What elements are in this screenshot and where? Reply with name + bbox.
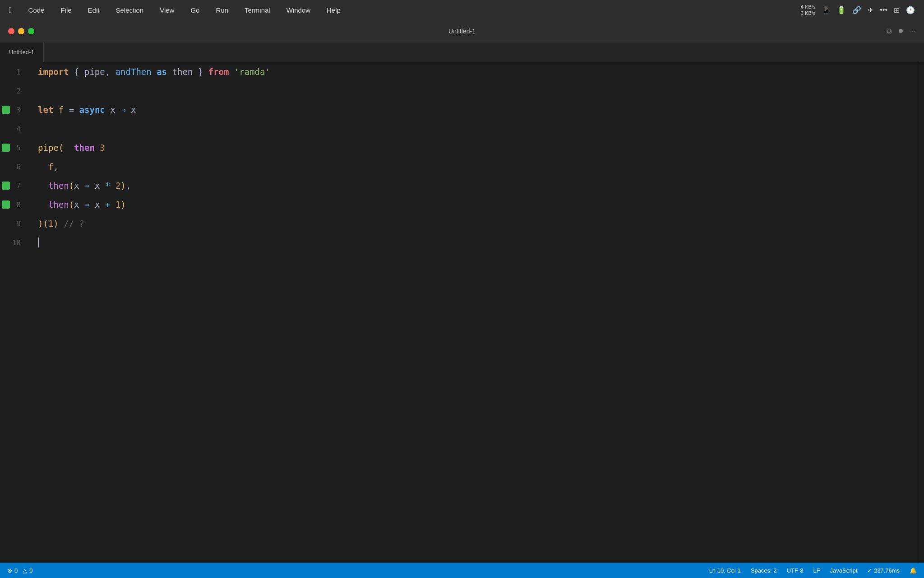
apple-menu[interactable]:  bbox=[9, 5, 12, 15]
close-button[interactable] bbox=[8, 28, 14, 34]
line-number-9: 9 bbox=[16, 219, 21, 228]
warning-number: 0 bbox=[29, 567, 32, 574]
token-indent-7 bbox=[38, 181, 48, 191]
token-lparen1: ( bbox=[59, 143, 64, 153]
menu-help[interactable]: Help bbox=[325, 5, 342, 15]
token-async: async bbox=[79, 105, 105, 115]
gutter-line-2: 2 bbox=[0, 81, 27, 100]
controlcenter-icon: ⊞ bbox=[894, 6, 900, 14]
token-spaces bbox=[64, 143, 74, 153]
notification-icon[interactable]: 🔔 bbox=[910, 567, 917, 574]
token-space-3 bbox=[95, 143, 100, 153]
maximize-button[interactable] bbox=[28, 28, 34, 34]
menu-selection[interactable]: Selection bbox=[114, 5, 145, 15]
token-sp-8c bbox=[100, 200, 105, 210]
token-2: 2 bbox=[116, 181, 120, 191]
menu-edit[interactable]: Edit bbox=[86, 5, 102, 15]
tab-untitled[interactable]: Untitled-1 bbox=[0, 42, 44, 62]
token-lbrace: { bbox=[74, 67, 84, 77]
link-icon: 🔗 bbox=[852, 6, 861, 14]
menubar-right: 4 KB/s3 KB/s 📱 🔋 🔗 ✈ ••• ⊞ 🕐 bbox=[801, 4, 915, 17]
code-line-4 bbox=[27, 119, 918, 138]
token-mul: * bbox=[105, 181, 110, 191]
language-mode[interactable]: JavaScript bbox=[830, 567, 858, 574]
tab-bar: Untitled-1 bbox=[0, 42, 924, 62]
code-line-7: then(x ⇒ x * 2), bbox=[27, 176, 918, 195]
breakpoint-5[interactable] bbox=[2, 144, 10, 152]
token-andThen: andThen bbox=[116, 67, 152, 77]
token-comma-7: , bbox=[126, 181, 131, 191]
gutter-line-10: 10 bbox=[0, 233, 27, 252]
token-lparen-7: ( bbox=[69, 181, 74, 191]
token-then-alias: then bbox=[172, 67, 193, 77]
gutter-line-3: 3 bbox=[0, 100, 27, 119]
cursor-10 bbox=[38, 238, 44, 247]
breakpoint-7[interactable] bbox=[2, 182, 10, 190]
tab-label: Untitled-1 bbox=[9, 49, 34, 56]
cursor-position[interactable]: Ln 10, Col 1 bbox=[709, 567, 741, 574]
error-count[interactable]: ⊗ 0 △ 0 bbox=[7, 567, 32, 574]
token-pipe: pipe bbox=[84, 67, 105, 77]
token-1: 1 bbox=[116, 200, 120, 210]
encoding[interactable]: UTF-8 bbox=[787, 567, 804, 574]
line-number-10: 10 bbox=[12, 238, 21, 247]
net-speed: 4 KB/s3 KB/s bbox=[801, 4, 815, 17]
menu-terminal[interactable]: Terminal bbox=[243, 5, 272, 15]
token-lparen-9b: ( bbox=[43, 219, 48, 228]
token-let: let bbox=[38, 105, 53, 115]
unsaved-indicator bbox=[899, 29, 903, 33]
token-space2 bbox=[152, 67, 157, 77]
token-sp-8b bbox=[89, 200, 94, 210]
traffic-lights bbox=[8, 28, 34, 34]
eol[interactable]: LF bbox=[813, 567, 820, 574]
window-titlebar: Untitled-1 ⧉ ··· bbox=[0, 20, 924, 42]
error-icon: ⊗ bbox=[7, 567, 12, 574]
token-sp-7b bbox=[89, 181, 94, 191]
gutter-line-8: 8 bbox=[0, 195, 27, 214]
breakpoint-8[interactable] bbox=[2, 200, 10, 209]
code-line-1: import { pipe, andThen as then } from 'r… bbox=[27, 62, 918, 81]
token-x-7b: x bbox=[95, 181, 100, 191]
gutter-line-4: 4 bbox=[0, 119, 27, 138]
code-line-10 bbox=[27, 233, 918, 252]
menu-file[interactable]: File bbox=[59, 5, 73, 15]
token-comma-6: , bbox=[53, 162, 58, 172]
breakpoint-3[interactable] bbox=[2, 106, 10, 114]
menu-code[interactable]: Code bbox=[27, 5, 46, 15]
line-gutter: 1 2 3 4 5 6 7 8 bbox=[0, 62, 27, 563]
token-space1 bbox=[69, 67, 74, 77]
more-actions-button[interactable]: ··· bbox=[910, 27, 916, 35]
token-indent-6 bbox=[38, 162, 48, 172]
battery-icon: 🔋 bbox=[837, 6, 846, 14]
window-title: Untitled-1 bbox=[448, 28, 476, 35]
token-x2: x bbox=[131, 105, 136, 115]
menu-view[interactable]: View bbox=[158, 5, 176, 15]
minimize-button[interactable] bbox=[18, 28, 24, 34]
editor-container: 1 2 3 4 5 6 7 8 bbox=[0, 62, 924, 563]
menu-go[interactable]: Go bbox=[189, 5, 201, 15]
dots-icon: ••• bbox=[880, 6, 887, 14]
statusbar-left: ⊗ 0 △ 0 bbox=[7, 567, 32, 574]
scrollbar-vertical[interactable] bbox=[918, 62, 924, 563]
token-as: as bbox=[157, 67, 167, 77]
code-editor[interactable]: import { pipe, andThen as then } from 'r… bbox=[27, 62, 918, 563]
token-sp-7d bbox=[110, 181, 115, 191]
indentation[interactable]: Spaces: 2 bbox=[751, 567, 777, 574]
line-number-4: 4 bbox=[16, 125, 21, 133]
code-line-9: )(1) // ? bbox=[27, 214, 918, 233]
token-space3 bbox=[167, 67, 172, 77]
token-x-7a: x bbox=[74, 181, 79, 191]
code-line-6: f, bbox=[27, 157, 918, 176]
token-rparen-7: ) bbox=[120, 181, 125, 191]
menu-run[interactable]: Run bbox=[214, 5, 230, 15]
line-number-8: 8 bbox=[16, 200, 21, 209]
token-indent-8 bbox=[38, 200, 48, 210]
code-line-5: pipe( then 3 bbox=[27, 138, 918, 157]
warning-icon: △ bbox=[23, 567, 27, 574]
phone-icon: 📱 bbox=[822, 6, 831, 14]
split-editor-button[interactable]: ⧉ bbox=[887, 27, 892, 35]
menu-window[interactable]: Window bbox=[285, 5, 312, 15]
token-sp-8d bbox=[110, 200, 115, 210]
line-number-6: 6 bbox=[16, 163, 21, 171]
token-sp-7a bbox=[79, 181, 84, 191]
